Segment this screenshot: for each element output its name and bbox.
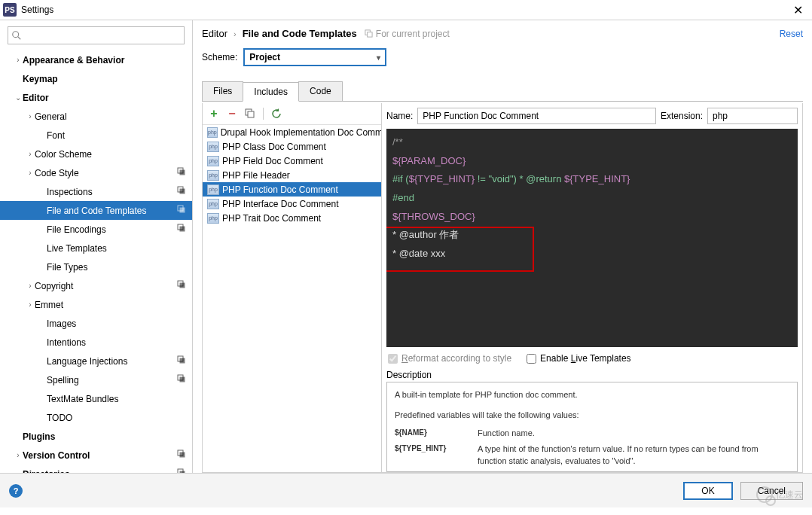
tree-item-textmate-bundles[interactable]: TextMate Bundles <box>0 389 192 408</box>
tree-item-editor[interactable]: ⌄Editor <box>0 88 192 107</box>
copy-icon <box>365 29 373 38</box>
svg-rect-7 <box>180 208 185 213</box>
template-list: phpDrupal Hook Implementation Doc Commen… <box>203 125 381 472</box>
help-button[interactable]: ? <box>9 484 23 498</box>
svg-rect-19 <box>180 471 185 474</box>
template-extension-input[interactable] <box>707 108 798 124</box>
reset-link[interactable]: Reset <box>780 29 803 39</box>
remove-button[interactable]: − <box>225 107 239 120</box>
tree-item-images[interactable]: Images <box>0 314 192 333</box>
tree-item-inspections[interactable]: Inspections <box>0 182 192 201</box>
svg-rect-21 <box>367 32 371 37</box>
template-list-pane: + − phpDrupal Hook Implementation Doc Co… <box>203 103 382 472</box>
variable-row: ${TYPE_HINT}A type hint of the function'… <box>395 443 789 468</box>
tree-item-intentions[interactable]: Intentions <box>0 333 192 352</box>
svg-rect-17 <box>180 453 185 458</box>
search-input[interactable] <box>8 27 184 44</box>
tree-item-appearance-behavior[interactable]: ›Appearance & Behavior <box>0 50 192 69</box>
name-label: Name: <box>386 111 413 121</box>
php-file-icon: php <box>207 156 219 166</box>
tree-item-font[interactable]: Font <box>0 126 192 145</box>
tree-item-keymap[interactable]: Keymap <box>0 69 192 88</box>
scope-badge: For current project <box>365 29 450 39</box>
chevron-right-icon: › <box>234 29 237 38</box>
copy-button[interactable] <box>243 107 257 120</box>
search-input-wrap[interactable] <box>8 26 185 44</box>
tab-code[interactable]: Code <box>298 81 343 101</box>
tree-item-language-injections[interactable]: Language Injections <box>0 352 192 370</box>
tree-item-file-and-code-templates[interactable]: File and Code Templates <box>0 201 192 220</box>
live-templates-checkbox[interactable]: Enable Live Templates <box>527 353 631 364</box>
tree-item-live-templates[interactable]: Live Templates <box>0 239 192 258</box>
svg-rect-23 <box>248 111 254 117</box>
variable-row: ${PARAM_DOC}Parameters' doc comment. Gen… <box>395 471 789 473</box>
template-editor-pane: Name: Extension: /** ${PARAM_DOC} #if ($… <box>382 103 802 472</box>
list-item[interactable]: phpPHP Class Doc Comment <box>203 139 381 154</box>
tree-item-file-types[interactable]: File Types <box>0 258 192 276</box>
tree-item-plugins[interactable]: Plugins <box>0 427 192 446</box>
search-icon <box>11 30 22 41</box>
arrow-icon: › <box>14 56 23 64</box>
project-scope-icon <box>177 280 186 291</box>
tab-includes[interactable]: Includes <box>243 82 299 102</box>
add-button[interactable]: + <box>207 107 221 120</box>
window-title: Settings <box>21 5 53 15</box>
description-box: A built-in template for PHP function doc… <box>386 382 798 472</box>
breadcrumb-leaf: File and Code Templates <box>243 28 357 39</box>
tree-item-todo[interactable]: TODO <box>0 408 192 427</box>
php-file-icon: php <box>207 199 219 209</box>
ok-button[interactable]: OK <box>683 482 732 500</box>
list-item[interactable]: phpPHP Interface Doc Comment <box>203 197 381 211</box>
arrow-icon: › <box>26 282 35 290</box>
php-file-icon: php <box>207 142 219 152</box>
project-scope-icon <box>177 167 186 178</box>
variable-row: ${NAME}Function name. <box>395 427 789 440</box>
code-editor[interactable]: /** ${PARAM_DOC} #if (${TYPE_HINT} != "v… <box>386 129 798 347</box>
app-logo-icon: PS <box>3 3 17 17</box>
extension-label: Extension: <box>661 111 703 121</box>
tree-item-color-scheme[interactable]: ›Color Scheme <box>0 145 192 163</box>
tree-item-version-control[interactable]: ›Version Control <box>0 446 192 465</box>
tabs-row: FilesIncludesCode <box>202 81 803 102</box>
project-scope-icon <box>177 355 186 367</box>
refresh-button[interactable] <box>270 107 283 120</box>
tree-item-copyright[interactable]: ›Copyright <box>0 276 192 295</box>
tree-item-general[interactable]: ›General <box>0 107 192 126</box>
scheme-select[interactable]: Project ▾ <box>243 48 386 66</box>
list-item[interactable]: phpPHP File Header <box>203 168 381 182</box>
close-icon[interactable]: ✕ <box>787 3 809 17</box>
chevron-down-icon: ▾ <box>377 53 380 62</box>
settings-sidebar: ›Appearance & BehaviorKeymap⌄Editor›Gene… <box>0 20 193 473</box>
list-item[interactable]: phpDrupal Hook Implementation Doc Commen… <box>203 125 381 139</box>
description-label: Description <box>386 370 798 380</box>
project-scope-icon <box>177 374 186 385</box>
scheme-label: Scheme: <box>202 52 237 62</box>
list-item[interactable]: phpPHP Function Doc Comment <box>203 182 381 197</box>
tree-item-code-style[interactable]: ›Code Style <box>0 163 192 182</box>
arrow-icon: › <box>26 150 35 158</box>
svg-rect-11 <box>180 283 185 288</box>
list-item[interactable]: phpPHP Trait Doc Comment <box>203 211 381 225</box>
project-scope-icon <box>177 224 186 235</box>
tree-item-file-encodings[interactable]: File Encodings <box>0 220 192 239</box>
breadcrumb-root[interactable]: Editor <box>202 28 227 39</box>
php-file-icon: php <box>207 184 219 195</box>
tab-files[interactable]: Files <box>202 81 243 101</box>
template-name-input[interactable] <box>417 108 656 124</box>
tree-item-directories[interactable]: Directories <box>0 465 192 473</box>
list-item[interactable]: phpPHP Field Doc Comment <box>203 154 381 168</box>
reformat-checkbox[interactable]: Reformat according to style <box>388 353 511 364</box>
cancel-button[interactable]: Cancel <box>740 482 803 500</box>
project-scope-icon <box>177 449 186 461</box>
arrow-icon: › <box>26 169 35 177</box>
project-scope-icon <box>177 468 186 473</box>
svg-rect-5 <box>180 189 185 194</box>
tree-item-emmet[interactable]: ›Emmet <box>0 295 192 314</box>
arrow-icon: › <box>14 451 23 459</box>
titlebar: PS Settings ✕ <box>0 0 812 20</box>
svg-rect-3 <box>180 170 185 175</box>
tree-item-spelling[interactable]: Spelling <box>0 370 192 389</box>
content-pane: Editor › File and Code Templates For cur… <box>193 20 812 473</box>
svg-point-0 <box>13 32 19 38</box>
svg-rect-13 <box>180 358 185 364</box>
